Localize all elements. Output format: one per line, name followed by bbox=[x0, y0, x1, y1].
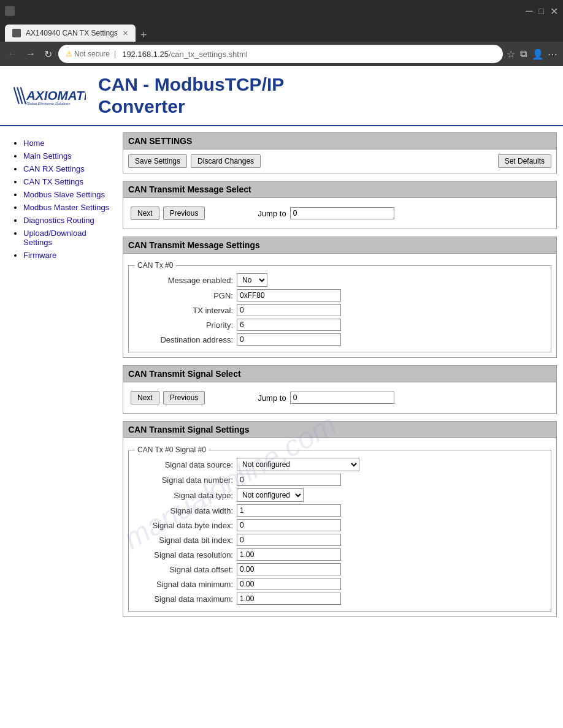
tx-msg-select-header: CAN Transmit Message Select bbox=[123, 181, 557, 198]
signal-width-row: Signal data width: bbox=[135, 504, 545, 517]
separator: | bbox=[114, 50, 116, 58]
browser-icon bbox=[5, 6, 15, 16]
signal-number-input[interactable] bbox=[237, 474, 341, 486]
warning-icon: ⚠ bbox=[66, 50, 72, 58]
site-title-line1: CAN - ModbusTCP/IP bbox=[98, 74, 284, 94]
signal-maximum-input[interactable] bbox=[237, 593, 341, 605]
signal-byte-index-input[interactable] bbox=[237, 519, 341, 531]
address-bar[interactable]: ⚠ Not secure | 192.168.1.25/can_tx_setti… bbox=[58, 45, 503, 63]
signal-offset-input[interactable] bbox=[237, 563, 341, 575]
can-settings-header: CAN SETTINGS bbox=[123, 132, 557, 150]
tx-msg-jump-to-label: Jump to bbox=[258, 209, 286, 218]
browser-toolbar: ← → ↻ ⚠ Not secure | 192.168.1.25/can_tx… bbox=[0, 42, 563, 66]
signal-offset-label: Signal data offset: bbox=[135, 565, 233, 574]
sidebar-link-modbus-slave[interactable]: Modbus Slave Settings bbox=[23, 190, 105, 199]
site-title: CAN - ModbusTCP/IP Converter bbox=[98, 74, 284, 118]
sidebar-link-upload-download[interactable]: Upload/Download Settings bbox=[23, 229, 86, 247]
url-path-text: /can_tx_settings.shtml bbox=[169, 50, 248, 59]
dest-addr-input[interactable] bbox=[237, 333, 341, 346]
forward-button[interactable]: → bbox=[23, 47, 38, 61]
tx-signal-settings-body: CAN Tx #0 Signal #0 Signal data source: … bbox=[123, 438, 557, 617]
sidebar-item-can-tx[interactable]: CAN TX Settings bbox=[23, 177, 117, 186]
tx-signal-next-button[interactable]: Next bbox=[131, 391, 159, 404]
can-settings-body: Save Settings Discard Changes Set Defaul… bbox=[123, 150, 557, 173]
signal-maximum-label: Signal data maximum: bbox=[135, 594, 233, 604]
sidebar-item-diagnostics[interactable]: Diagnostics Routing bbox=[23, 216, 117, 225]
tx-interval-input[interactable] bbox=[237, 304, 341, 316]
signal-width-label: Signal data width: bbox=[135, 506, 233, 515]
set-defaults-button[interactable]: Set Defaults bbox=[498, 154, 551, 168]
signal-resolution-row: Signal data resolution: bbox=[135, 548, 545, 561]
pgn-row: PGN: bbox=[135, 289, 545, 301]
browser-tab-bar: AX140940 CAN TX Settings ✕ + bbox=[0, 22, 563, 42]
sidebar-item-firmware[interactable]: Firmware bbox=[23, 251, 117, 260]
pgn-input[interactable] bbox=[237, 289, 341, 301]
page-wrapper: AXIOMATIC Global Electronic Solutions CA… bbox=[0, 66, 563, 637]
back-button[interactable]: ← bbox=[5, 47, 20, 61]
signal-resolution-label: Signal data resolution: bbox=[135, 550, 233, 559]
sidebar-item-modbus-master[interactable]: Modbus Master Settings bbox=[23, 203, 117, 212]
signal-source-select[interactable]: Not configured bbox=[237, 458, 359, 471]
collections-icon[interactable]: ⧉ bbox=[520, 48, 527, 59]
msg-enabled-label: Message enabled: bbox=[135, 276, 233, 285]
signal-byte-index-label: Signal data byte index: bbox=[135, 521, 233, 530]
sidebar-link-can-tx[interactable]: CAN TX Settings bbox=[23, 177, 83, 186]
main-layout: Home Main Settings CAN RX Settings CAN T… bbox=[0, 126, 563, 637]
tab-title: AX140940 CAN TX Settings bbox=[26, 29, 118, 37]
signal-bit-index-label: Signal data bit index: bbox=[135, 536, 233, 545]
sidebar-item-upload-download[interactable]: Upload/Download Settings bbox=[23, 229, 117, 247]
msg-enabled-select[interactable]: No Yes bbox=[237, 273, 267, 287]
browser-tab-active[interactable]: AX140940 CAN TX Settings ✕ bbox=[5, 25, 136, 42]
tx-msg-select-body: Next Previous Jump to bbox=[123, 198, 557, 229]
tx-msg-jump-to-input[interactable] bbox=[290, 207, 394, 219]
sidebar-link-firmware[interactable]: Firmware bbox=[23, 251, 56, 260]
tx-msg-next-button[interactable]: Next bbox=[131, 207, 159, 220]
signal-minimum-label: Signal data minimum: bbox=[135, 580, 233, 589]
tx-msg-settings-section: CAN Transmit Message Settings CAN Tx #0 … bbox=[123, 237, 557, 358]
security-label: Not secure bbox=[74, 50, 110, 58]
signal-bit-index-input[interactable] bbox=[237, 534, 341, 546]
url-domain: 192.168.1.25/can_tx_settings.shtml bbox=[122, 50, 248, 59]
tx-msg-select-row: Next Previous Jump to bbox=[128, 203, 551, 224]
tx-msg-settings-body: CAN Tx #0 Message enabled: No Yes bbox=[123, 254, 557, 358]
priority-input[interactable] bbox=[237, 319, 341, 331]
tx-signal-jump-to-input[interactable] bbox=[290, 392, 394, 404]
sidebar-item-home[interactable]: Home bbox=[23, 138, 117, 148]
priority-label: Priority: bbox=[135, 320, 233, 330]
star-icon[interactable]: ☆ bbox=[507, 48, 515, 60]
sidebar-link-home[interactable]: Home bbox=[23, 138, 45, 148]
signal-bit-index-row: Signal data bit index: bbox=[135, 534, 545, 546]
tx-signal-select-header: CAN Transmit Signal Select bbox=[123, 365, 557, 382]
sidebar-item-modbus-slave[interactable]: Modbus Slave Settings bbox=[23, 190, 117, 199]
refresh-button[interactable]: ↻ bbox=[42, 47, 55, 61]
maximize-btn[interactable]: □ bbox=[539, 6, 544, 16]
signal-type-select[interactable]: Not configured bbox=[237, 488, 304, 502]
close-btn[interactable]: ✕ bbox=[550, 6, 558, 17]
svg-text:Global Electronic Solutions: Global Electronic Solutions bbox=[26, 102, 71, 105]
new-tab-button[interactable]: + bbox=[140, 29, 147, 42]
tab-close-icon[interactable]: ✕ bbox=[123, 29, 128, 37]
sidebar-item-can-rx[interactable]: CAN RX Settings bbox=[23, 164, 117, 173]
browser-menu-button[interactable]: ⋯ bbox=[548, 48, 558, 60]
tx-signal-select-section: CAN Transmit Signal Select Next Previous… bbox=[123, 365, 557, 414]
url-domain-text: 192.168.1.25 bbox=[122, 50, 169, 59]
tx-signal-prev-button[interactable]: Previous bbox=[163, 391, 205, 404]
signal-resolution-input[interactable] bbox=[237, 548, 341, 561]
signal-source-row: Signal data source: Not configured bbox=[135, 458, 545, 471]
tx-signal-select-row: Next Previous Jump to bbox=[128, 387, 551, 408]
signal-byte-index-row: Signal data byte index: bbox=[135, 519, 545, 531]
sidebar-link-can-rx[interactable]: CAN RX Settings bbox=[23, 164, 85, 173]
minimize-btn[interactable]: ─ bbox=[526, 6, 532, 17]
can-settings-section: CAN SETTINGS Save Settings Discard Chang… bbox=[123, 132, 557, 173]
profile-icon[interactable]: 👤 bbox=[532, 48, 544, 60]
discard-changes-button[interactable]: Discard Changes bbox=[191, 154, 261, 168]
sidebar-item-main-settings[interactable]: Main Settings bbox=[23, 151, 117, 161]
sidebar-link-modbus-master[interactable]: Modbus Master Settings bbox=[23, 203, 109, 212]
tx-msg-prev-button[interactable]: Previous bbox=[163, 207, 205, 220]
sidebar-link-diagnostics[interactable]: Diagnostics Routing bbox=[23, 216, 94, 225]
signal-width-input[interactable] bbox=[237, 504, 341, 517]
signal-minimum-input[interactable] bbox=[237, 578, 341, 590]
sidebar-link-main-settings[interactable]: Main Settings bbox=[23, 151, 72, 161]
save-settings-button[interactable]: Save Settings bbox=[128, 154, 187, 168]
site-header: AXIOMATIC Global Electronic Solutions CA… bbox=[0, 66, 563, 126]
